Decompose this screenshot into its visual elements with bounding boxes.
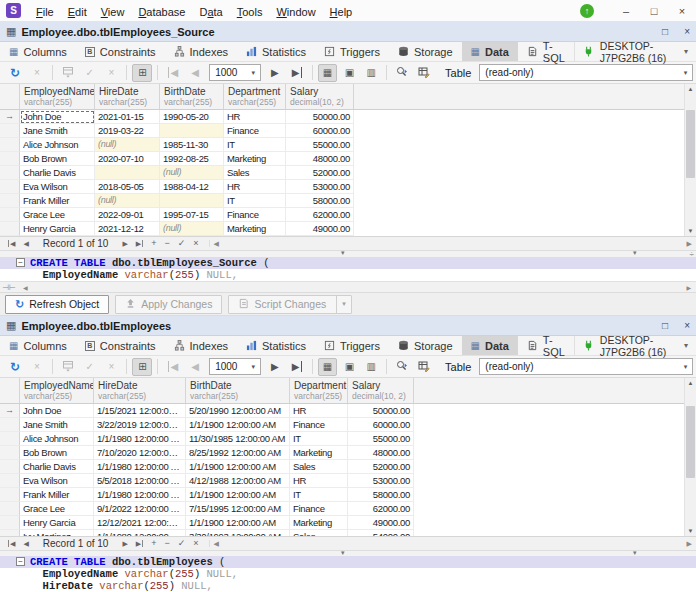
- script-changes-button[interactable]: Script Changes ▾: [228, 295, 351, 314]
- doc-close-button[interactable]: ×: [684, 26, 690, 37]
- tab-data[interactable]: ▦Data: [462, 42, 518, 61]
- edit-table-button[interactable]: [414, 64, 434, 82]
- table-row[interactable]: Henry Garcia12/12/2021 12:00:00 AM1/1/19…: [0, 516, 696, 530]
- scroll-up-icon[interactable]: ▲: [685, 86, 696, 92]
- stop-button[interactable]: ×: [27, 64, 47, 82]
- table-row[interactable]: Frank Miller1/1/1980 12:00:00 AM1/1/1900…: [0, 488, 696, 502]
- table-cell[interactable]: 58000.00: [348, 488, 414, 502]
- refresh-object-button[interactable]: ↻ Refresh Object: [5, 295, 109, 314]
- table-cell[interactable]: 8/25/1992 12:00:00 AM: [186, 446, 290, 460]
- table-cell[interactable]: (null): [160, 222, 224, 236]
- card-view-button[interactable]: ▣: [339, 64, 359, 82]
- table-row[interactable]: Jane Smith3/22/2019 12:00:00 AM1/1/1900 …: [0, 418, 696, 432]
- reject-changes-button[interactable]: ×: [102, 64, 122, 82]
- table-cell[interactable]: 52000.00: [348, 460, 414, 474]
- apply-changes-button[interactable]: Apply Changes: [115, 295, 222, 314]
- column-header-salary[interactable]: Salarydecimal(10, 2): [348, 378, 414, 403]
- table-cell[interactable]: Henry Garcia: [20, 516, 94, 530]
- cancel-edit-button[interactable]: ×: [189, 539, 202, 548]
- table-cell[interactable]: 1/1/1900 12:00:00 AM: [186, 418, 290, 432]
- post-edit-button[interactable]: ✓: [174, 239, 190, 248]
- table-cell[interactable]: 2019-03-22: [95, 124, 160, 138]
- table-cell[interactable]: 62000.00: [348, 502, 414, 516]
- collapse-chevron-icon[interactable]: ▾: [633, 249, 637, 257]
- chevron-down-icon[interactable]: ▾: [247, 69, 260, 77]
- table-cell[interactable]: 2021-12-12: [95, 222, 160, 236]
- table-cell[interactable]: 60000.00: [286, 124, 354, 138]
- last-record-button[interactable]: ▶: [132, 240, 143, 247]
- collapse-icon[interactable]: −: [16, 557, 25, 566]
- horizontal-scrollbar[interactable]: ◀ ▶: [209, 240, 696, 247]
- table-row[interactable]: Ivy Martinez1/1/1980 12:00:00 AM3/30/199…: [0, 530, 696, 536]
- chevron-down-icon[interactable]: ▾: [679, 363, 692, 371]
- menu-item-database[interactable]: Database: [131, 6, 192, 18]
- accept-changes-button[interactable]: ✓: [80, 358, 100, 376]
- tab-columns[interactable]: ▦Columns: [0, 42, 76, 61]
- table-cell[interactable]: Alice Johnson: [20, 432, 94, 446]
- table-cell[interactable]: 49000.00: [348, 516, 414, 530]
- table-cell[interactable]: 55000.00: [286, 138, 354, 152]
- table-cell[interactable]: 1/1/1980 12:00:00 AM: [94, 488, 186, 502]
- table-cell[interactable]: 1/1/1900 12:00:00 AM: [186, 516, 290, 530]
- table-cell[interactable]: 12/12/2021 12:00:00 AM: [94, 516, 186, 530]
- table-cell[interactable]: 1/15/2021 12:00:00 AM: [94, 404, 186, 418]
- menu-item-edit[interactable]: Edit: [61, 6, 94, 18]
- next-page-button[interactable]: ▶: [265, 64, 285, 82]
- table-cell[interactable]: 55000.00: [348, 432, 414, 446]
- table-cell[interactable]: 9/1/2022 12:00:00 AM: [94, 502, 186, 516]
- append-record-button[interactable]: +: [147, 239, 160, 248]
- table-cell[interactable]: [95, 166, 160, 180]
- tab-triggers[interactable]: Triggers: [315, 42, 389, 61]
- table-mode-combo[interactable]: (read-only)▾: [479, 358, 693, 375]
- find-in-grid-button[interactable]: [392, 64, 412, 82]
- table-cell[interactable]: [160, 124, 224, 138]
- column-header-hiredate[interactable]: HireDatevarchar(255): [94, 378, 186, 403]
- chevron-down-icon[interactable]: ▾: [336, 296, 351, 313]
- sql-preview-source[interactable]: −CREATE TABLE dbo.tblEmployees_Source ( …: [0, 257, 696, 281]
- column-header-birthdate[interactable]: BirthDatevarchar(255): [160, 84, 224, 109]
- table-row[interactable]: Alice Johnson(null)1985-11-30IT55000.00: [0, 138, 696, 152]
- table-cell[interactable]: 11/30/1985 12:00:00 AM: [186, 432, 290, 446]
- table-mode-combo[interactable]: (read-only)▾: [479, 64, 693, 81]
- tab-columns[interactable]: ▦Columns: [0, 336, 76, 355]
- table-cell[interactable]: IT: [290, 432, 348, 446]
- menu-item-tools[interactable]: Tools: [230, 6, 270, 18]
- last-page-button[interactable]: ▶: [287, 64, 307, 82]
- doc-close-button[interactable]: ×: [684, 320, 690, 331]
- scroll-left-icon[interactable]: ◀: [20, 284, 31, 291]
- table-cell[interactable]: IT: [224, 194, 286, 208]
- prev-record-button[interactable]: ◀: [19, 240, 32, 247]
- table-cell[interactable]: Sales: [290, 530, 348, 536]
- document-titlebar-target[interactable]: ▦ Employee.dbo.tblEmployees □ ×: [0, 316, 696, 336]
- splitter-grip-icon[interactable]: ⊣⊢: [2, 283, 16, 292]
- first-record-button[interactable]: ◀: [8, 240, 19, 247]
- next-page-button[interactable]: ▶: [265, 358, 285, 376]
- delete-record-button[interactable]: −: [160, 239, 173, 248]
- table-row[interactable]: Bob Brown2020-07-101992-08-25Marketing48…: [0, 152, 696, 166]
- table-cell[interactable]: [160, 194, 224, 208]
- prev-page-button[interactable]: ◀: [185, 64, 205, 82]
- update-available-icon[interactable]: ↑: [580, 4, 594, 18]
- table-cell[interactable]: Marketing: [224, 222, 286, 236]
- sql-preview-target[interactable]: −CREATE TABLE dbo.tblEmployees ( Employe…: [0, 556, 696, 592]
- page-size-combo[interactable]: 1000▾: [209, 64, 261, 81]
- scroll-right-icon[interactable]: ▶: [683, 284, 694, 291]
- doc-maximize-button[interactable]: □: [662, 26, 668, 37]
- tab-storage[interactable]: Storage: [389, 42, 462, 61]
- column-header-employedname[interactable]: EmployedNamevarchar(255): [20, 84, 95, 109]
- accept-changes-button[interactable]: ✓: [80, 64, 100, 82]
- table-cell[interactable]: 58000.00: [286, 194, 354, 208]
- column-header-department[interactable]: Departmentvarchar(255): [290, 378, 348, 403]
- table-row[interactable]: Jane Smith2019-03-22Finance60000.00: [0, 124, 696, 138]
- minimize-button[interactable]: –: [612, 5, 640, 17]
- table-row[interactable]: Alice Johnson1/1/1980 12:00:00 AM11/30/1…: [0, 432, 696, 446]
- cancel-edit-button[interactable]: ×: [189, 239, 202, 248]
- table-row[interactable]: →John Doe1/15/2021 12:00:00 AM5/20/1990 …: [0, 404, 696, 418]
- vertical-scrollbar[interactable]: ▲▼: [684, 84, 696, 236]
- tab-indexes[interactable]: Indexes: [165, 42, 238, 61]
- table-cell[interactable]: (null): [95, 138, 160, 152]
- table-cell[interactable]: Bob Brown: [20, 152, 95, 166]
- table-cell[interactable]: Bob Brown: [20, 446, 94, 460]
- maximize-button[interactable]: □: [640, 5, 668, 17]
- prev-record-button[interactable]: ◀: [19, 540, 32, 547]
